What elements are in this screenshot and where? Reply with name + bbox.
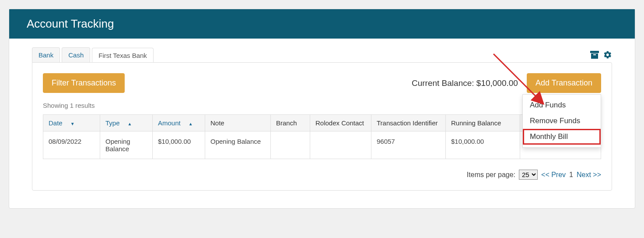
- tab-first-texas-bank[interactable]: First Texas Bank: [92, 48, 154, 63]
- top-row: Filter Transactions Current Balance: $10…: [43, 73, 601, 93]
- svg-rect-0: [590, 51, 599, 53]
- tab-cash[interactable]: Cash: [62, 47, 90, 62]
- caret-up-icon: ▲: [189, 121, 193, 126]
- dropdown-monthly-bill[interactable]: Monthly Bill: [523, 129, 601, 145]
- col-txn-id[interactable]: Transaction Identifier: [371, 115, 446, 131]
- cell-amount: $10,000.00: [153, 131, 205, 159]
- account-tracking-panel: Account Tracking Bank Cash First Texas B…: [9, 9, 635, 209]
- tab-bank[interactable]: Bank: [32, 47, 60, 62]
- svg-rect-2: [593, 54, 596, 55]
- col-running[interactable]: Running Balance: [446, 115, 520, 131]
- filter-transactions-button[interactable]: Filter Transactions: [43, 73, 125, 93]
- dropdown-add-funds[interactable]: Add Funds: [523, 97, 601, 113]
- top-row-right: Current Balance: $10,000.00 Add Transact…: [412, 73, 601, 93]
- add-transaction-button[interactable]: Add Transaction: [527, 73, 601, 93]
- tab-content: Filter Transactions Current Balance: $10…: [32, 62, 612, 191]
- tabs: Bank Cash First Texas Bank: [32, 47, 154, 62]
- gear-icon[interactable]: [603, 50, 612, 59]
- caret-down-icon: ▼: [70, 121, 75, 126]
- col-type[interactable]: Type▲: [100, 115, 153, 131]
- panel-body: Bank Cash First Texas Bank: [9, 39, 635, 208]
- cell-txn-id: 96057: [371, 131, 446, 159]
- pager-prev[interactable]: << Prev: [541, 171, 566, 179]
- cell-running: $10,000.00: [446, 131, 520, 159]
- transactions-table: Date▼ Type▲ Amount▲ Note Branch Rolodex …: [43, 114, 601, 159]
- cell-date: 08/09/2022: [43, 131, 100, 159]
- col-branch[interactable]: Branch: [271, 115, 310, 131]
- page-title: Account Tracking: [9, 9, 635, 39]
- cell-rolodex: [310, 131, 371, 159]
- table-row: 08/09/2022 Opening Balance $10,000.00 Op…: [43, 131, 601, 159]
- col-rolodex[interactable]: Rolodex Contact: [310, 115, 371, 131]
- current-balance-label: Current Balance:: [412, 78, 476, 88]
- tabs-row: Bank Cash First Texas Bank: [23, 47, 621, 62]
- archive-icon[interactable]: [590, 51, 599, 59]
- caret-up-icon: ▲: [128, 121, 132, 126]
- current-balance-value: $10,000.00: [476, 78, 518, 88]
- dropdown-remove-funds[interactable]: Remove Funds: [523, 113, 601, 129]
- col-date[interactable]: Date▼: [43, 115, 100, 131]
- items-per-page-select[interactable]: 25: [519, 170, 538, 180]
- current-balance: Current Balance: $10,000.00: [412, 78, 518, 88]
- col-amount[interactable]: Amount▲: [153, 115, 205, 131]
- pager: Items per page: 25 << Prev 1 Next >>: [43, 170, 601, 180]
- svg-rect-1: [591, 53, 598, 59]
- col-note[interactable]: Note: [205, 115, 271, 131]
- pager-next[interactable]: Next >>: [577, 171, 601, 179]
- pager-current: 1: [569, 171, 573, 179]
- add-transaction-dropdown: Add Funds Remove Funds Monthly Bill: [522, 94, 601, 148]
- items-per-page-label: Items per page:: [467, 171, 515, 179]
- table-header-row: Date▼ Type▲ Amount▲ Note Branch Rolodex …: [43, 115, 601, 131]
- cell-type: Opening Balance: [100, 131, 153, 159]
- cell-note: Opening Balance: [205, 131, 271, 159]
- results-count: Showing 1 results: [43, 102, 601, 109]
- tab-icons: [590, 50, 612, 59]
- cell-branch: [271, 131, 310, 159]
